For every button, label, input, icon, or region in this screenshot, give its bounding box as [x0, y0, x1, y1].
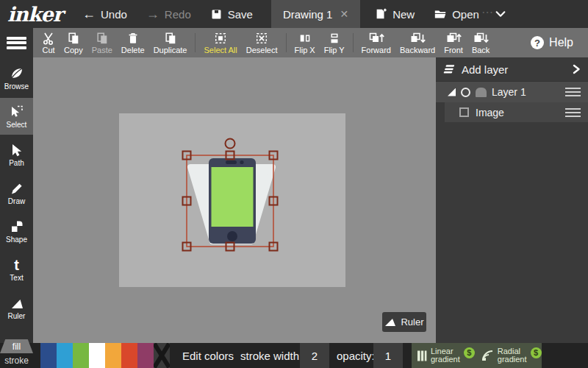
path-label: Path [9, 159, 24, 167]
ruler-toggle-button[interactable]: Ruler [382, 312, 426, 332]
rotation-handle[interactable] [226, 139, 235, 149]
forward-icon [368, 32, 384, 45]
delete-button[interactable]: Delete [117, 29, 149, 57]
object-row[interactable]: Image [445, 102, 588, 122]
new-file-icon [374, 7, 387, 21]
redo-label: Redo [165, 8, 191, 21]
opacity-input[interactable]: 1 [373, 343, 403, 368]
status-bar: fill stroke Edit colors stroke width: 2 … [0, 343, 588, 368]
none-color-x-icon [154, 343, 170, 368]
shapes-icon [9, 219, 25, 234]
draw-label: Draw [8, 197, 25, 205]
layer-menu-icon[interactable] [565, 88, 581, 96]
text-tool[interactable]: t Text [0, 251, 33, 288]
radial-gradient-button[interactable]: Radial gradient $ [482, 347, 542, 364]
forward-button[interactable]: Forward [357, 29, 395, 57]
color-swatch-orange[interactable] [105, 343, 121, 368]
color-swatch-white[interactable] [89, 343, 105, 368]
layer-expand-triangle-icon[interactable] [448, 88, 456, 96]
drawing-scene [33, 57, 436, 343]
question-mark-icon: ? [531, 36, 544, 49]
path-tool[interactable]: Path [0, 136, 33, 173]
back-button[interactable]: Back [467, 29, 494, 57]
back-label: Back [472, 46, 490, 54]
color-palette [40, 343, 170, 368]
select-all-button[interactable]: Select All [199, 29, 241, 57]
ruler-tool[interactable]: Ruler [0, 289, 33, 326]
draw-tool[interactable]: Draw [0, 174, 33, 211]
layer-visibility-icon[interactable] [461, 88, 470, 97]
back-icon [473, 32, 489, 45]
edit-colors-button[interactable]: Edit colors [182, 343, 234, 368]
opacity-label: opacity: [337, 343, 375, 368]
premium-dollar-badge: $ [531, 347, 542, 358]
open-button[interactable]: Open [424, 0, 489, 28]
undo-button[interactable]: ← Undo [73, 0, 137, 28]
flip-y-label: Flip Y [324, 46, 345, 54]
browse-tool[interactable]: Browse [0, 60, 33, 96]
canvas-workspace[interactable]: Ruler [33, 57, 436, 343]
stroke-tab[interactable]: stroke [0, 353, 33, 368]
deselect-label: Deselect [246, 46, 278, 54]
color-swatch-purple[interactable] [137, 343, 154, 368]
delete-label: Delete [121, 46, 145, 54]
main-menu-button[interactable] [0, 28, 33, 57]
select-all-label: Select All [204, 46, 237, 54]
layer-row[interactable]: Layer 1 [436, 82, 588, 102]
tab-title: Drawing 1 [283, 8, 333, 21]
object-menu-icon[interactable] [565, 108, 581, 117]
new-button[interactable]: New [365, 0, 424, 28]
linear-gradient-button[interactable]: Linear gradient $ [417, 347, 475, 364]
duplicate-label: Duplicate [154, 46, 187, 54]
phone-screen-shape[interactable] [212, 167, 254, 227]
fill-tab[interactable]: fill [0, 339, 33, 353]
redo-arrow-icon: → [146, 7, 159, 21]
front-icon [445, 32, 462, 45]
save-button[interactable]: Save [201, 0, 262, 28]
redo-button[interactable]: → Redo [137, 0, 201, 28]
deselect-button[interactable]: Deselect [242, 29, 282, 57]
edit-toolbar: Cut Copy Paste Delete Duplicate Select A… [33, 28, 588, 57]
color-swatch-dark-blue[interactable] [40, 343, 57, 368]
color-swatch-green[interactable] [73, 343, 89, 368]
open-folder-icon [434, 7, 447, 21]
paste-button[interactable]: Paste [87, 29, 117, 57]
layers-panel: Add layer Layer 1 Image [436, 57, 588, 343]
toolbar-separator [195, 33, 196, 52]
toolbar-separator [286, 33, 287, 52]
flip-x-label: Flip X [295, 46, 315, 54]
tab-close-icon[interactable]: ✕ [340, 8, 348, 20]
object-name: Image [476, 107, 504, 118]
chevron-right-icon[interactable] [573, 63, 581, 75]
flip-x-button[interactable]: Flip X [290, 29, 320, 57]
new-label: New [392, 8, 415, 21]
cut-button[interactable]: Cut [37, 29, 60, 57]
layers-stack-icon [442, 63, 455, 75]
copy-button[interactable]: Copy [60, 29, 87, 57]
color-swatch-red[interactable] [121, 343, 137, 368]
color-swatch-none[interactable] [154, 343, 170, 368]
stroke-width-input[interactable]: 2 [300, 343, 329, 368]
duplicate-button[interactable]: Duplicate [149, 29, 192, 57]
flip-y-button[interactable]: Flip Y [320, 29, 349, 57]
overflow-ellipsis[interactable]: ⋯ [481, 5, 494, 19]
select-tool[interactable]: Select [0, 98, 33, 135]
ruler-icon [384, 317, 396, 327]
add-layer-label: Add layer [462, 63, 508, 76]
front-button[interactable]: Front [440, 29, 467, 57]
add-layer-button[interactable]: Add layer [436, 57, 588, 82]
save-floppy-icon [210, 8, 223, 21]
object-select-checkbox[interactable] [459, 107, 469, 117]
pencil-icon [9, 181, 25, 196]
open-label: Open [452, 8, 479, 21]
copy-icon [67, 32, 80, 45]
path-cursor-icon [9, 143, 25, 158]
help-button[interactable]: ? Help [531, 36, 584, 49]
backward-button[interactable]: Backward [395, 29, 440, 57]
color-swatch-light-blue[interactable] [57, 343, 73, 368]
text-t-icon: t [14, 258, 19, 272]
shape-tool[interactable]: Shape [0, 213, 33, 250]
help-label: Help [549, 36, 573, 49]
document-tab[interactable]: Drawing 1 ✕ [271, 0, 360, 28]
paste-icon [96, 32, 109, 45]
